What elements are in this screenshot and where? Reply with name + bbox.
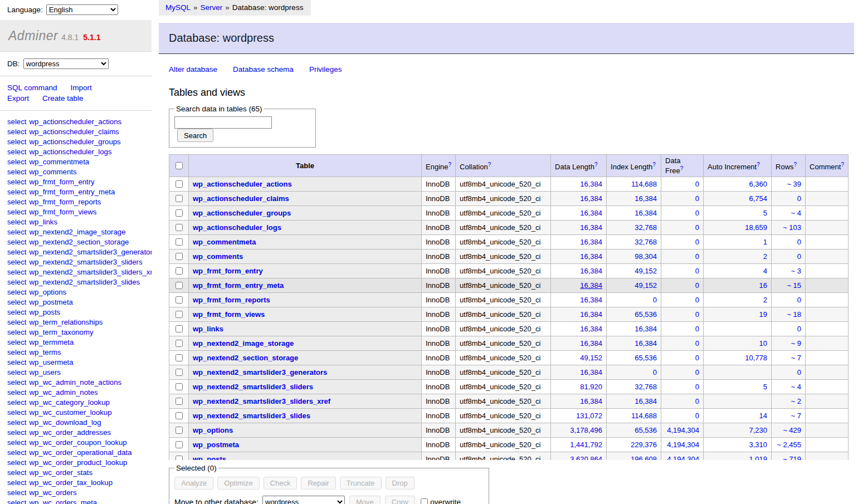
row-checkbox[interactable] [176, 369, 183, 376]
breadcrumb-link[interactable]: MySQL [165, 3, 191, 12]
data-free-link[interactable]: 0 [695, 267, 699, 275]
table-link[interactable]: wp_nextend2_smartslider3_generators [29, 248, 152, 256]
select-link[interactable]: select [7, 128, 26, 136]
select-link[interactable]: select [7, 148, 26, 156]
data-free-link[interactable]: 0 [695, 223, 699, 232]
row-checkbox[interactable] [176, 209, 183, 217]
table-name-link[interactable]: wp_frmt_form_reports [193, 296, 270, 304]
search-input[interactable] [174, 116, 272, 129]
select-link[interactable]: select [7, 418, 26, 427]
alter-database-link[interactable]: Alter database [169, 65, 217, 74]
auto-increment-link[interactable]: 19 [759, 310, 767, 319]
table-link[interactable]: wp_posts [29, 308, 60, 316]
rows-link[interactable]: 0 [797, 238, 801, 246]
index-length-link[interactable]: 0 [653, 296, 657, 304]
table-link[interactable]: wp_wc_order_addresses [29, 428, 111, 437]
select-link[interactable]: select [7, 188, 26, 196]
auto-increment-link[interactable]: 7,230 [749, 426, 768, 434]
auto-increment-link[interactable]: 5 [763, 383, 767, 391]
select-link[interactable]: select [7, 138, 26, 146]
table-name-link[interactable]: wp_nextend2_image_storage [193, 339, 294, 348]
rows-link[interactable]: ~ 39 [787, 180, 801, 188]
data-length-link[interactable]: 1,441,792 [570, 441, 602, 449]
table-link[interactable]: wp_nextend2_image_storage [29, 228, 125, 236]
row-checkbox[interactable] [176, 383, 183, 390]
repair-button[interactable]: Repair [301, 477, 335, 490]
index-length-link[interactable]: 98,304 [635, 252, 657, 261]
data-length-link[interactable]: 131,072 [576, 412, 602, 420]
select-link[interactable]: select [7, 328, 26, 336]
row-checkbox[interactable] [176, 238, 183, 246]
data-free-link[interactable]: 0 [695, 412, 699, 420]
table-link[interactable]: wp_postmeta [29, 298, 72, 306]
table-name-link[interactable]: wp_nextend2_smartslider3_sliders [193, 383, 313, 391]
select-link[interactable]: select [7, 158, 26, 166]
export-link[interactable]: Export [7, 94, 29, 102]
select-link[interactable]: select [7, 438, 26, 447]
db-select[interactable]: wordpress [23, 58, 109, 69]
select-link[interactable]: select [7, 408, 26, 417]
help-icon[interactable]: ? [757, 162, 760, 168]
table-link[interactable]: wp_actionscheduler_groups [29, 138, 120, 146]
database-schema-link[interactable]: Database schema [233, 65, 294, 74]
auto-increment-link[interactable]: 10 [759, 339, 767, 348]
table-name-link[interactable]: wp_actionscheduler_actions [193, 180, 292, 188]
auto-increment-link[interactable]: 16 [759, 281, 767, 290]
auto-increment-link[interactable]: 14 [759, 412, 767, 420]
row-checkbox[interactable] [176, 296, 183, 304]
index-length-link[interactable]: 65,536 [635, 426, 657, 434]
table-name-link[interactable]: wp_actionscheduler_groups [193, 209, 291, 217]
import-link[interactable]: Import [71, 84, 92, 92]
auto-increment-link[interactable]: 6,360 [749, 180, 768, 188]
data-free-link[interactable]: 0 [695, 209, 699, 217]
index-length-link[interactable]: 114,688 [631, 180, 657, 188]
table-name-link[interactable]: wp_frmt_form_entry_meta [193, 281, 284, 290]
data-length-link[interactable]: 49,152 [580, 354, 602, 362]
optimize-button[interactable]: Optimize [217, 477, 259, 490]
table-name-link[interactable]: wp_links [193, 325, 223, 333]
select-link[interactable]: select [7, 348, 26, 356]
table-link[interactable]: wp_frmt_form_entry_meta [29, 188, 115, 196]
data-length-link[interactable]: 16,384 [580, 223, 602, 232]
table-link[interactable]: wp_commentmeta [29, 158, 89, 166]
select-link[interactable]: select [7, 428, 26, 437]
table-link[interactable]: wp_wc_admin_note_actions [29, 378, 121, 386]
index-length-link[interactable]: 229,376 [631, 441, 657, 449]
table-name-link[interactable]: wp_commentmeta [193, 238, 256, 246]
rows-link[interactable]: ~ 4 [791, 209, 801, 217]
table-link[interactable]: wp_termmeta [29, 338, 74, 346]
data-free-link[interactable]: 0 [695, 397, 699, 405]
rows-link[interactable]: 0 [797, 296, 801, 304]
select-link[interactable]: select [7, 208, 26, 216]
table-link[interactable]: wp_actionscheduler_claims [29, 128, 119, 136]
table-link[interactable]: wp_actionscheduler_logs [29, 148, 111, 156]
table-name-link[interactable]: wp_options [193, 426, 233, 434]
row-checkbox[interactable] [176, 412, 183, 419]
table-link[interactable]: wp_nextend2_smartslider3_sliders_xref [29, 268, 152, 276]
index-length-link[interactable]: 32,768 [635, 223, 657, 232]
select-link[interactable]: select [7, 378, 26, 386]
table-link[interactable]: wp_nextend2_section_storage [29, 238, 129, 246]
row-checkbox[interactable] [176, 427, 183, 434]
row-checkbox[interactable] [176, 441, 183, 448]
table-link[interactable]: wp_frmt_form_views [29, 208, 96, 216]
help-icon[interactable]: ? [594, 162, 598, 168]
data-length-link[interactable]: 16,384 [580, 238, 602, 246]
check-button[interactable]: Check [264, 477, 298, 490]
rows-link[interactable]: 0 [797, 325, 801, 333]
select-link[interactable]: select [7, 198, 26, 206]
index-length-link[interactable]: 49,152 [635, 267, 657, 275]
table-name-link[interactable]: wp_frmt_form_entry [193, 267, 263, 275]
auto-increment-link[interactable]: 2 [763, 296, 767, 304]
auto-increment-link[interactable]: 18,659 [745, 223, 767, 232]
rows-link[interactable]: ~ 103 [783, 223, 801, 232]
table-link[interactable]: wp_options [29, 288, 66, 296]
table-name-link[interactable]: wp_comments [193, 252, 243, 261]
select-link[interactable]: select [7, 368, 26, 376]
move-button[interactable]: Move [349, 496, 381, 504]
row-checkbox[interactable] [176, 398, 183, 405]
rows-link[interactable]: 0 [797, 252, 801, 261]
rows-link[interactable]: ~ 7 [791, 354, 801, 362]
table-name-link[interactable]: wp_nextend2_smartslider3_sliders_xref [193, 397, 330, 405]
table-link[interactable]: wp_usermeta [29, 358, 73, 366]
